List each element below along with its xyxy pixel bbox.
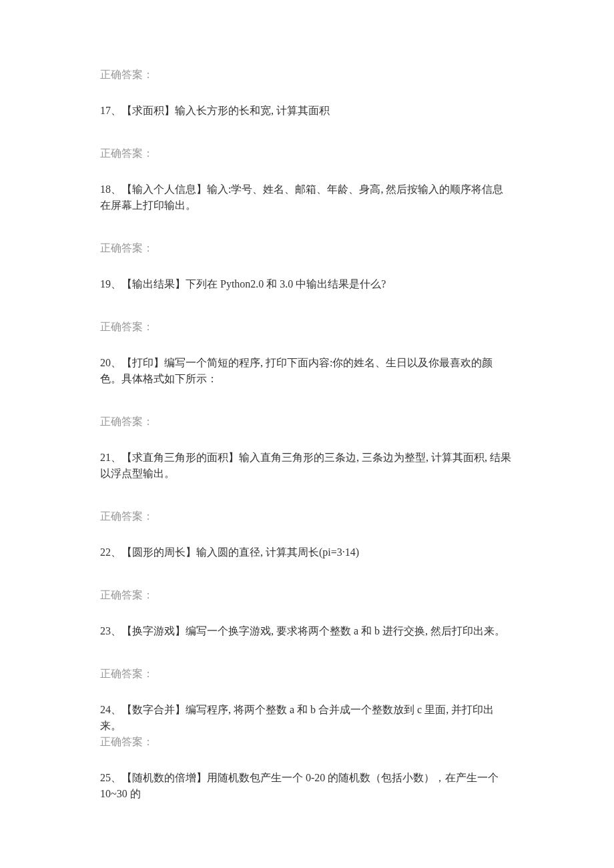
question-25: 25、【随机数的倍增】用随机数包产生一个 0-20 的随机数（包括小数），在产生… (100, 770, 514, 802)
answer-label-17: 正确答案： (100, 145, 514, 161)
question-23: 23、【换字游戏】编写一个换字游戏, 要求将两个整数 a 和 b 进行交换, 然… (100, 623, 514, 639)
question-17: 17、【求面积】输入长方形的长和宽, 计算其面积 (100, 103, 514, 119)
answer-label-16: 正确答案： (100, 67, 514, 83)
answer-label-22: 正确答案： (100, 587, 514, 603)
question-20: 20、【打印】编写一个简短的程序, 打印下面内容:你的姓名、生日以及你最喜欢的颜… (100, 355, 514, 387)
question-24: 24、【数字合并】编写程序, 将两个整数 a 和 b 合并成一个整数放到 c 里… (100, 702, 514, 734)
question-21: 21、【求直角三角形的面积】输入直角三角形的三条边, 三条边为整型, 计算其面积… (100, 450, 514, 482)
answer-label-21: 正确答案： (100, 508, 514, 524)
question-19: 19、【输出结果】下列在 Python2.0 和 3.0 中输出结果是什么? (100, 276, 514, 292)
answer-label-19: 正确答案： (100, 319, 514, 335)
answer-label-18: 正确答案： (100, 240, 514, 256)
answer-label-23: 正确答案： (100, 666, 514, 682)
question-18: 18、【输入个人信息】输入:学号、姓名、邮箱、年龄、身高, 然后按输入的顺序将信… (100, 181, 514, 213)
answer-label-24: 正确答案： (100, 734, 514, 750)
question-22: 22、【圆形的周长】输入圆的直径, 计算其周长(pi=3·14) (100, 544, 514, 560)
answer-label-20: 正确答案： (100, 414, 514, 430)
